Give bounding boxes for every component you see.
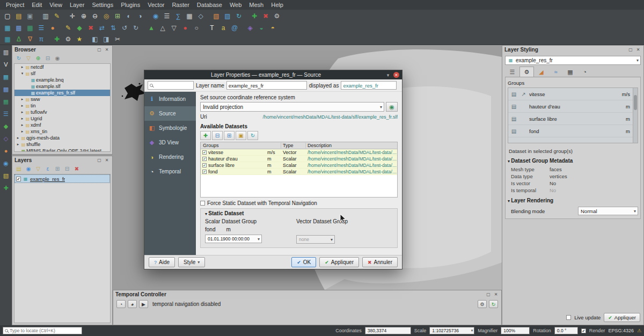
toolbar-icon[interactable]: Δ (13, 34, 24, 44)
browser-tree-item[interactable]: ▦ example.slf (14, 83, 110, 90)
toolbar-icon[interactable]: ✂ (112, 34, 123, 44)
panel-window-button[interactable]: ✕ (635, 47, 641, 53)
dataset-group-row[interactable]: ▤ fond m (508, 125, 638, 137)
dataset-toolbar-button[interactable]: ✚ (200, 131, 211, 140)
dataset-group-row[interactable]: ▤ surface libre m (508, 113, 638, 125)
toolbar-icon[interactable]: ◆ (1, 122, 11, 130)
layer-item[interactable]: ✔ ▦ example_res_fr (15, 175, 109, 182)
toolbar-icon[interactable]: ★ (74, 34, 85, 44)
layers-toolbar-icon[interactable]: ⊟ (63, 165, 71, 172)
toolbar-icon[interactable]: ⊞ (112, 11, 123, 21)
toolbar-icon[interactable]: ◨ (101, 34, 112, 44)
browser-tree-item[interactable]: ▦ example_res_fr.slf (14, 90, 110, 96)
layers-toolbar-icon[interactable]: ε (43, 165, 52, 172)
crs-status-button[interactable]: EPSG:4326 (608, 328, 634, 333)
toolbar-icon[interactable]: ⊕ (78, 11, 89, 21)
rendering-section-header[interactable]: Layer Rendering (508, 198, 638, 203)
styling-apply-button[interactable]: ✔Appliquer (604, 313, 640, 322)
properties-sidebar-item[interactable]: ℹ Information (144, 92, 196, 106)
properties-sidebar-item[interactable]: ◧ Symbologie (144, 121, 196, 135)
toolbar-icon[interactable]: ∑ (173, 11, 184, 21)
apply-button[interactable]: ✔Appliquer (319, 257, 359, 267)
style-button[interactable]: Style (178, 257, 205, 267)
toolbar-icon[interactable]: ◇ (195, 11, 206, 21)
menu-item[interactable]: Help (267, 1, 287, 9)
toolbar-icon[interactable]: ▩ (13, 23, 24, 33)
browser-tree-item[interactable]: ▾ ▤ slf (14, 70, 110, 77)
menu-item[interactable]: View (46, 1, 66, 9)
toolbar-icon[interactable] (47, 34, 51, 44)
toolbar-icon[interactable]: ▣ (25, 11, 35, 21)
dataset-toolbar-button[interactable]: ▣ (236, 131, 246, 140)
browser-tree-item[interactable]: ▦ MRMS Radar Only QPE 24H latest.grb2 (14, 148, 110, 152)
browser-toolbar-icon[interactable]: ▽ (24, 54, 33, 62)
panel-window-button[interactable]: ▢ (627, 47, 634, 53)
static-dataset-title[interactable]: Static Dataset (205, 210, 393, 216)
browser-tree-item[interactable]: ▸ ▤ xms_tin (14, 128, 110, 135)
expand-arrow-icon[interactable]: ▸ (20, 110, 25, 114)
expand-arrow-icon[interactable]: ▸ (20, 116, 25, 121)
toolbar-icon[interactable]: ☰ (162, 11, 172, 21)
toolbar-icon[interactable] (142, 23, 145, 33)
dataset-row[interactable]: ✔ surface libre m Scalar /home/vincent/m… (201, 162, 397, 169)
messages-icon[interactable]: ⚠ (637, 328, 641, 333)
toolbar-icon[interactable]: V (1, 60, 11, 69)
expand-arrow-icon[interactable]: ▸ (16, 142, 20, 147)
toolbar-icon[interactable] (207, 11, 210, 21)
properties-search-box[interactable] (148, 81, 194, 90)
crs-combobox[interactable]: Invalid projection (200, 102, 384, 112)
expand-arrow-icon[interactable]: ▸ (20, 65, 25, 69)
column-header[interactable]: Groups (201, 143, 281, 148)
toolbar-icon[interactable]: ○ (191, 23, 202, 33)
temporal-mode-button[interactable]: ◕ (128, 300, 137, 308)
vector-toggle-icon[interactable]: ↗ (519, 91, 528, 97)
scalar-toggle-icon[interactable]: ▤ (510, 104, 518, 109)
column-header[interactable]: Description (306, 143, 397, 148)
temporal-settings-button[interactable]: ↻ (489, 300, 498, 308)
toolbar-icon[interactable]: ✎ (52, 11, 62, 21)
toolbar-icon[interactable]: ⇅ (108, 23, 119, 33)
toolbar-icon[interactable] (240, 23, 244, 33)
toolbar-icon[interactable]: ✖ (260, 11, 271, 21)
toolbar-icon[interactable]: ✖ (85, 23, 96, 33)
force-static-checkbox[interactable] (200, 201, 205, 206)
dataset-row[interactable]: ✔ fond m Scalar /home/vincent/meshData/M… (201, 169, 397, 175)
toolbar-icon[interactable]: π (36, 34, 47, 44)
toolbar-icon[interactable]: ◉ (1, 159, 11, 167)
toolbar-icon[interactable]: ✎ (63, 23, 74, 33)
temporal-mode-button[interactable]: ◔ (116, 300, 126, 308)
scalar-toggle-icon[interactable]: ▤ (510, 128, 518, 134)
browser-tree-item[interactable]: ▸ ▤ netcdf (14, 64, 110, 70)
toolbar-icon[interactable]: ◎ (101, 11, 112, 21)
cancel-button[interactable]: ✖Annuler (362, 257, 398, 267)
scalar-dataset-combobox[interactable]: 01.01.1900 00:00:00 (205, 235, 262, 243)
menu-item[interactable]: Mesh (245, 1, 267, 9)
toolbar-icon[interactable] (63, 11, 67, 21)
expand-arrow-icon[interactable]: ▸ (20, 97, 25, 101)
menu-item[interactable]: Project (2, 1, 28, 9)
dataset-row[interactable]: ✔ hauteur d'eau m Scalar /home/vincent/m… (201, 156, 397, 162)
toolbar-icon[interactable]: ☰ (1, 109, 11, 118)
browser-toolbar-icon[interactable]: ↻ (14, 54, 23, 62)
column-header[interactable]: Type (281, 143, 306, 148)
panel-window-button[interactable]: ✕ (104, 157, 110, 164)
toolbar-icon[interactable]: ▦ (2, 23, 13, 33)
dataset-group-row[interactable]: ▤ ↗ vitesse m/s (508, 88, 638, 100)
browser-tree-item[interactable]: ▸ ▤ tuflowfv (14, 109, 110, 115)
menu-item[interactable]: Plugins (117, 1, 144, 9)
menu-item[interactable]: Database (193, 1, 226, 9)
ok-button[interactable]: ✔OK (291, 257, 316, 267)
dataset-toolbar-button[interactable]: ↻ (247, 131, 258, 140)
toolbar-icon[interactable]: ✚ (1, 184, 11, 192)
scalar-toggle-icon[interactable]: ▤ (510, 116, 518, 122)
blending-mode-combobox[interactable]: Normal (578, 207, 638, 215)
styling-tab[interactable]: ☰ (505, 67, 519, 77)
styling-tab[interactable]: ▦ (563, 67, 577, 77)
toolbar-icon[interactable] (36, 11, 40, 21)
browser-tree-item[interactable]: ▸ ▤ shuffle (14, 141, 110, 148)
toolbar-icon[interactable]: ▽ (169, 23, 179, 33)
select-crs-button[interactable]: ◉ (386, 102, 398, 112)
toolbar-icon[interactable]: ◓ (267, 23, 278, 33)
toolbar-icon[interactable]: ▧ (211, 11, 222, 21)
displayed-as-input[interactable] (341, 81, 397, 90)
